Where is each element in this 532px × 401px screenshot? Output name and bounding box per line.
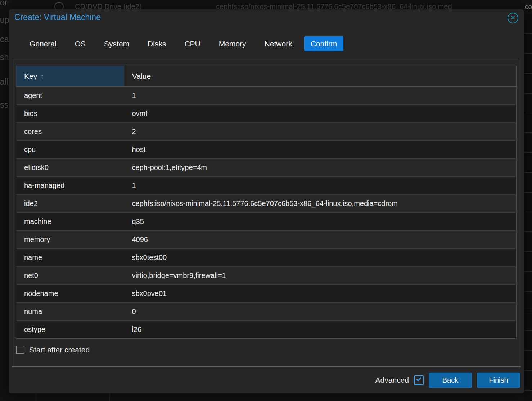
table-row-numa[interactable]: numa0 [16, 303, 517, 321]
background-left-fragment: up [0, 15, 9, 25]
dialog-title: Create: Virtual Machine [14, 13, 101, 22]
sort-asc-icon: ↑ [40, 72, 44, 80]
start-after-created-label: Start after created [29, 346, 90, 354]
cell-key: efidisk0 [16, 159, 124, 177]
table-row-ide2[interactable]: ide2cephfs:iso/nixos-minimal-25.11.5776.… [16, 195, 517, 213]
cell-key: cores [16, 123, 124, 141]
cell-key: ostype [16, 321, 124, 339]
back-button[interactable]: Back [429, 373, 472, 388]
cell-key: machine [16, 213, 124, 231]
advanced-label: Advanced [375, 376, 409, 384]
cell-value: 2 [124, 123, 517, 141]
cell-key: agent [16, 87, 124, 105]
tab-network[interactable]: Network [258, 36, 299, 51]
cell-value: sbx0test00 [124, 249, 517, 267]
cell-key: ide2 [16, 195, 124, 213]
table-row-nodename[interactable]: nodenamesbx0pve01 [16, 285, 517, 303]
background-left-fragment: or [0, 0, 7, 8]
wizard-tabbar: GeneralOSSystemDisksCPUMemoryNetworkConf… [23, 36, 510, 52]
table-row-name[interactable]: namesbx0test00 [16, 249, 517, 267]
cell-value: q35 [124, 213, 517, 231]
background-divider [109, 393, 110, 401]
cell-value: ovmf [124, 105, 517, 123]
start-after-created-checkbox[interactable] [16, 346, 24, 354]
cell-value: l26 [124, 321, 517, 339]
dialog-footer: Advanced Back Finish [9, 367, 524, 393]
tab-system[interactable]: System [98, 36, 136, 51]
table-row-bios[interactable]: biosovmf [16, 105, 517, 123]
table-row-net0[interactable]: net0virtio,bridge=vmbr9,firewall=1 [16, 267, 517, 285]
tab-memory[interactable]: Memory [212, 36, 253, 51]
cell-key: name [16, 249, 124, 267]
table-row-efidisk0[interactable]: efidisk0ceph-pool:1,efitype=4m [16, 159, 517, 177]
cell-key: cpu [16, 141, 124, 159]
table-row-agent[interactable]: agent1 [16, 87, 517, 105]
cell-key: bios [16, 105, 124, 123]
value-header-label: Value [132, 72, 151, 80]
cell-value: 1 [124, 177, 517, 195]
background-left-fragment: ss [0, 100, 8, 110]
table-row-ostype[interactable]: ostypel26 [16, 321, 517, 339]
cell-key: numa [16, 303, 124, 321]
table-row-ha-managed[interactable]: ha-managed1 [16, 177, 517, 195]
background-right-fragment: co [525, 3, 532, 11]
background-table-strip [524, 14, 532, 401]
cell-value: sbx0pve01 [124, 285, 517, 303]
tab-disks[interactable]: Disks [141, 36, 172, 51]
table-row-cores[interactable]: cores2 [16, 123, 517, 141]
tab-os[interactable]: OS [68, 36, 92, 51]
key-header-label: Key [24, 72, 37, 80]
start-after-created-row: Start after created [16, 346, 517, 354]
column-header-value[interactable]: Value [124, 66, 517, 87]
cell-key: nodename [16, 285, 124, 303]
cell-value: host [124, 141, 517, 159]
background-left-fragment: all [0, 77, 8, 87]
confirm-tab-panel: Key↑ Value agent1biosovmfcores2cpuhostef… [12, 58, 520, 367]
cell-key: memory [16, 231, 124, 249]
cell-value: ceph-pool:1,efitype=4m [124, 159, 517, 177]
table-row-machine[interactable]: machineq35 [16, 213, 517, 231]
column-header-key[interactable]: Key↑ [16, 66, 124, 87]
close-icon[interactable]: ✕ [508, 13, 518, 23]
advanced-checkbox[interactable] [414, 375, 424, 385]
cell-value: 4096 [124, 231, 517, 249]
cell-value: 0 [124, 303, 517, 321]
background-left-fragment: ca [0, 35, 9, 44]
create-vm-dialog: Create: Virtual Machine ✕ GeneralOSSyste… [9, 9, 524, 393]
table-row-memory[interactable]: memory4096 [16, 231, 517, 249]
cell-key: ha-managed [16, 177, 124, 195]
confirm-settings-table: Key↑ Value agent1biosovmfcores2cpuhostef… [16, 66, 517, 339]
tab-confirm[interactable]: Confirm [304, 36, 344, 51]
tab-general[interactable]: General [23, 36, 63, 51]
tab-cpu[interactable]: CPU [178, 36, 207, 51]
cell-value: cephfs:iso/nixos-minimal-25.11.5776.6c5e… [124, 195, 517, 213]
background-divider [36, 393, 36, 401]
finish-button[interactable]: Finish [477, 373, 520, 388]
table-row-cpu[interactable]: cpuhost [16, 141, 517, 159]
cell-value: 1 [124, 87, 517, 105]
table-header-row: Key↑ Value [16, 66, 517, 87]
checkmark-icon [416, 376, 421, 381]
background-left-fragment: sh [0, 53, 9, 62]
cell-value: virtio,bridge=vmbr9,firewall=1 [124, 267, 517, 285]
cell-key: net0 [16, 267, 124, 285]
